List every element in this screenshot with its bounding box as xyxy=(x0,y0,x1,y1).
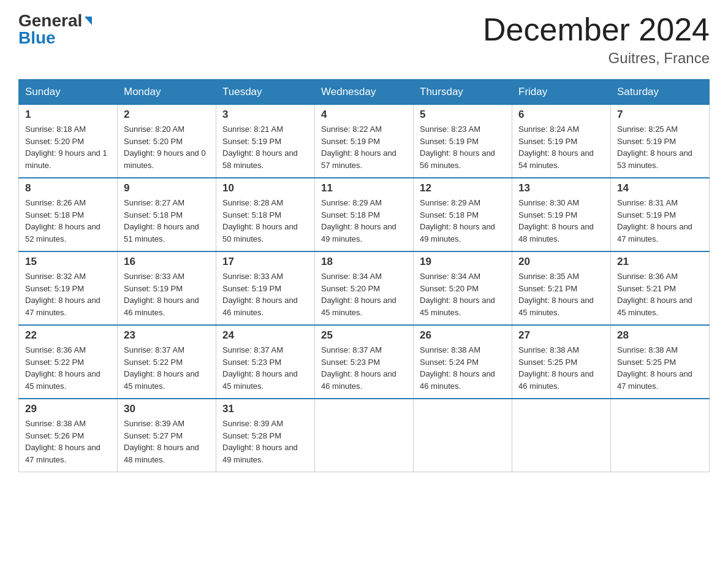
weekday-header-saturday: Saturday xyxy=(611,80,710,105)
calendar-week-5: 29Sunrise: 8:38 AMSunset: 5:26 PMDayligh… xyxy=(19,399,710,472)
calendar-cell: 14Sunrise: 8:31 AMSunset: 5:19 PMDayligh… xyxy=(611,178,710,251)
day-number: 19 xyxy=(420,256,506,268)
day-number: 12 xyxy=(420,182,506,194)
day-number: 11 xyxy=(321,182,407,194)
calendar-cell: 19Sunrise: 8:34 AMSunset: 5:20 PMDayligh… xyxy=(414,251,512,325)
weekday-header-sunday: Sunday xyxy=(19,80,118,105)
day-info: Sunrise: 8:18 AMSunset: 5:20 PMDaylight:… xyxy=(25,123,111,171)
title-block: December 2024 Guitres, France xyxy=(483,12,710,67)
day-info: Sunrise: 8:37 AMSunset: 5:23 PMDaylight:… xyxy=(321,344,407,392)
calendar-cell: 11Sunrise: 8:29 AMSunset: 5:18 PMDayligh… xyxy=(315,178,414,251)
logo: General Blue xyxy=(18,12,92,47)
day-number: 23 xyxy=(124,329,210,342)
day-info: Sunrise: 8:38 AMSunset: 5:25 PMDaylight:… xyxy=(617,344,703,392)
day-info: Sunrise: 8:21 AMSunset: 5:19 PMDaylight:… xyxy=(222,123,308,171)
calendar-body: 1Sunrise: 8:18 AMSunset: 5:20 PMDaylight… xyxy=(19,105,710,472)
day-number: 27 xyxy=(518,329,604,342)
calendar-cell: 12Sunrise: 8:29 AMSunset: 5:18 PMDayligh… xyxy=(414,178,512,251)
day-info: Sunrise: 8:32 AMSunset: 5:19 PMDaylight:… xyxy=(25,270,111,318)
day-info: Sunrise: 8:20 AMSunset: 5:20 PMDaylight:… xyxy=(124,123,210,171)
calendar-cell: 6Sunrise: 8:24 AMSunset: 5:19 PMDaylight… xyxy=(512,105,611,178)
day-number: 2 xyxy=(124,109,210,121)
day-info: Sunrise: 8:25 AMSunset: 5:19 PMDaylight:… xyxy=(617,123,703,171)
calendar-week-4: 22Sunrise: 8:36 AMSunset: 5:22 PMDayligh… xyxy=(19,325,710,399)
day-number: 5 xyxy=(420,109,506,121)
day-number: 21 xyxy=(617,256,703,268)
calendar-cell: 10Sunrise: 8:28 AMSunset: 5:18 PMDayligh… xyxy=(216,178,315,251)
day-info: Sunrise: 8:37 AMSunset: 5:23 PMDaylight:… xyxy=(222,344,308,392)
calendar-week-3: 15Sunrise: 8:32 AMSunset: 5:19 PMDayligh… xyxy=(19,251,710,325)
day-info: Sunrise: 8:36 AMSunset: 5:22 PMDaylight:… xyxy=(25,344,111,392)
logo-arrow-icon xyxy=(85,17,92,25)
day-info: Sunrise: 8:26 AMSunset: 5:18 PMDaylight:… xyxy=(25,197,111,245)
calendar-cell: 7Sunrise: 8:25 AMSunset: 5:19 PMDaylight… xyxy=(611,105,710,178)
calendar-cell: 27Sunrise: 8:38 AMSunset: 5:25 PMDayligh… xyxy=(512,325,611,399)
day-info: Sunrise: 8:38 AMSunset: 5:24 PMDaylight:… xyxy=(420,344,506,392)
day-number: 9 xyxy=(124,182,210,194)
calendar-cell xyxy=(414,399,512,472)
day-info: Sunrise: 8:33 AMSunset: 5:19 PMDaylight:… xyxy=(124,270,210,318)
calendar-table: SundayMondayTuesdayWednesdayThursdayFrid… xyxy=(18,79,710,472)
weekday-header-friday: Friday xyxy=(512,80,611,105)
calendar-cell: 15Sunrise: 8:32 AMSunset: 5:19 PMDayligh… xyxy=(19,251,118,325)
day-info: Sunrise: 8:23 AMSunset: 5:19 PMDaylight:… xyxy=(420,123,506,171)
calendar-cell: 8Sunrise: 8:26 AMSunset: 5:18 PMDaylight… xyxy=(19,178,118,251)
logo-general-text: General xyxy=(18,12,82,29)
calendar-cell: 16Sunrise: 8:33 AMSunset: 5:19 PMDayligh… xyxy=(118,251,216,325)
day-info: Sunrise: 8:34 AMSunset: 5:20 PMDaylight:… xyxy=(321,270,407,318)
day-info: Sunrise: 8:24 AMSunset: 5:19 PMDaylight:… xyxy=(518,123,604,171)
day-info: Sunrise: 8:31 AMSunset: 5:19 PMDaylight:… xyxy=(617,197,703,245)
calendar-cell: 2Sunrise: 8:20 AMSunset: 5:20 PMDaylight… xyxy=(118,105,216,178)
calendar-location: Guitres, France xyxy=(483,50,710,67)
day-info: Sunrise: 8:29 AMSunset: 5:18 PMDaylight:… xyxy=(420,197,506,245)
calendar-cell: 20Sunrise: 8:35 AMSunset: 5:21 PMDayligh… xyxy=(512,251,611,325)
calendar-cell: 23Sunrise: 8:37 AMSunset: 5:22 PMDayligh… xyxy=(118,325,216,399)
calendar-cell: 30Sunrise: 8:39 AMSunset: 5:27 PMDayligh… xyxy=(118,399,216,472)
day-number: 20 xyxy=(518,256,604,268)
day-number: 29 xyxy=(25,403,111,415)
day-number: 16 xyxy=(124,256,210,268)
calendar-cell xyxy=(512,399,611,472)
weekday-header-thursday: Thursday xyxy=(414,80,512,105)
day-number: 8 xyxy=(25,182,111,194)
calendar-cell xyxy=(611,399,710,472)
weekday-header-row: SundayMondayTuesdayWednesdayThursdayFrid… xyxy=(19,80,710,105)
day-info: Sunrise: 8:28 AMSunset: 5:18 PMDaylight:… xyxy=(222,197,308,245)
calendar-cell: 24Sunrise: 8:37 AMSunset: 5:23 PMDayligh… xyxy=(216,325,315,399)
day-number: 4 xyxy=(321,109,407,121)
calendar-cell: 17Sunrise: 8:33 AMSunset: 5:19 PMDayligh… xyxy=(216,251,315,325)
calendar-header: SundayMondayTuesdayWednesdayThursdayFrid… xyxy=(19,80,710,105)
calendar-cell: 3Sunrise: 8:21 AMSunset: 5:19 PMDaylight… xyxy=(216,105,315,178)
calendar-cell: 21Sunrise: 8:36 AMSunset: 5:21 PMDayligh… xyxy=(611,251,710,325)
calendar-week-2: 8Sunrise: 8:26 AMSunset: 5:18 PMDaylight… xyxy=(19,178,710,251)
calendar-cell: 31Sunrise: 8:39 AMSunset: 5:28 PMDayligh… xyxy=(216,399,315,472)
weekday-header-monday: Monday xyxy=(118,80,216,105)
calendar-cell: 29Sunrise: 8:38 AMSunset: 5:26 PMDayligh… xyxy=(19,399,118,472)
day-info: Sunrise: 8:39 AMSunset: 5:28 PMDaylight:… xyxy=(222,418,308,465)
day-info: Sunrise: 8:34 AMSunset: 5:20 PMDaylight:… xyxy=(420,270,506,318)
day-number: 25 xyxy=(321,329,407,342)
day-info: Sunrise: 8:22 AMSunset: 5:19 PMDaylight:… xyxy=(321,123,407,171)
calendar-cell: 4Sunrise: 8:22 AMSunset: 5:19 PMDaylight… xyxy=(315,105,414,178)
day-number: 1 xyxy=(25,109,111,121)
day-info: Sunrise: 8:27 AMSunset: 5:18 PMDaylight:… xyxy=(124,197,210,245)
day-info: Sunrise: 8:38 AMSunset: 5:25 PMDaylight:… xyxy=(518,344,604,392)
day-number: 22 xyxy=(25,329,111,342)
day-info: Sunrise: 8:39 AMSunset: 5:27 PMDaylight:… xyxy=(124,418,210,465)
day-number: 28 xyxy=(617,329,703,342)
day-number: 14 xyxy=(617,182,703,194)
calendar-cell: 28Sunrise: 8:38 AMSunset: 5:25 PMDayligh… xyxy=(611,325,710,399)
day-number: 15 xyxy=(25,256,111,268)
calendar-week-1: 1Sunrise: 8:18 AMSunset: 5:20 PMDaylight… xyxy=(19,105,710,178)
day-number: 17 xyxy=(222,256,308,268)
day-number: 26 xyxy=(420,329,506,342)
day-info: Sunrise: 8:36 AMSunset: 5:21 PMDaylight:… xyxy=(617,270,703,318)
day-info: Sunrise: 8:38 AMSunset: 5:26 PMDaylight:… xyxy=(25,418,111,465)
day-info: Sunrise: 8:33 AMSunset: 5:19 PMDaylight:… xyxy=(222,270,308,318)
day-number: 31 xyxy=(222,403,308,415)
weekday-header-tuesday: Tuesday xyxy=(216,80,315,105)
calendar-cell: 9Sunrise: 8:27 AMSunset: 5:18 PMDaylight… xyxy=(118,178,216,251)
day-number: 30 xyxy=(124,403,210,415)
page-header: General Blue December 2024 Guitres, Fran… xyxy=(18,12,710,67)
logo-blue-text: Blue xyxy=(18,29,56,47)
